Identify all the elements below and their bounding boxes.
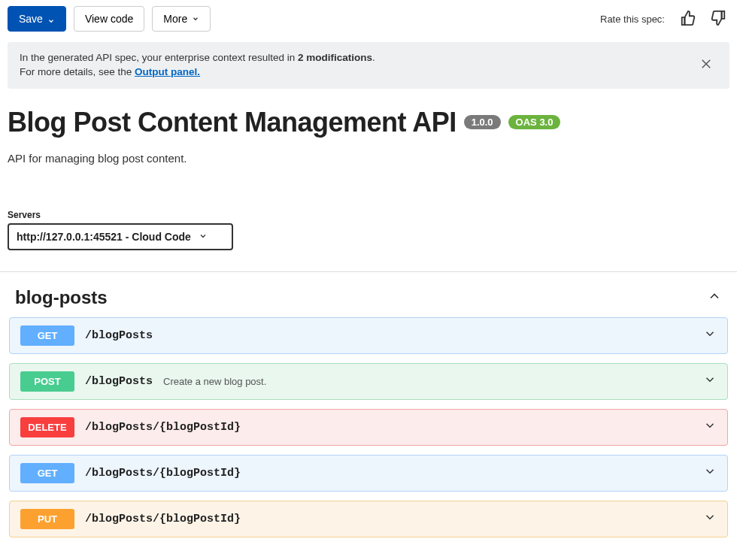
chevron-down-icon [703,327,717,344]
chevron-down-icon [703,510,717,527]
operation-method: PUT [20,509,74,529]
thumbs-up-button[interactable] [677,7,699,32]
toolbar: Save View code More Rate this spec: [0,0,737,38]
output-panel-link[interactable]: Output panel. [135,66,200,77]
more-label: More [163,13,187,25]
server-selected-value: http://127.0.0.1:45521 - Cloud Code [17,231,191,243]
server-select[interactable]: http://127.0.0.1:45521 - Cloud Code [8,223,233,250]
thumbs-up-icon [680,10,696,29]
operation-method: DELETE [20,417,74,437]
banner-line1-suffix: . [372,52,375,63]
operation-method: GET [20,463,74,483]
banner-line1-prefix: In the generated API spec, your enterpri… [20,52,298,63]
operation-path: /blogPosts/{blogPostId} [85,513,241,525]
banner-close-button[interactable] [695,53,717,77]
chevron-down-icon [199,231,208,243]
operation-row[interactable]: DELETE /blogPosts/{blogPostId} [9,409,728,446]
chevron-down-icon [703,465,717,481]
banner-line1-bold: 2 modifications [298,52,372,63]
thumbs-down-button[interactable] [707,7,729,32]
banner-line2-prefix: For more details, see the [20,66,135,77]
chevron-down-icon [703,373,717,389]
banner-message: In the generated API spec, your enterpri… [20,51,683,80]
tag-section: blog-posts GET /blogPosts POST /blogPost… [0,272,737,560]
operation-row[interactable]: GET /blogPosts/{blogPostId} [9,455,728,492]
tag-header[interactable]: blog-posts [9,281,728,317]
more-button[interactable]: More [152,6,211,32]
rate-label: Rate this spec: [600,14,665,25]
info-banner: In the generated API spec, your enterpri… [8,42,729,89]
view-code-button[interactable]: View code [74,6,144,32]
chevron-up-icon [707,289,722,307]
servers-section: Servers http://127.0.0.1:45521 - Cloud C… [8,210,729,250]
api-description: API for managing blog post content. [8,152,729,165]
close-icon [699,62,713,73]
operation-path: /blogPosts/{blogPostId} [85,421,241,434]
servers-label: Servers [8,210,729,220]
chevron-down-icon [703,419,717,435]
operation-row[interactable]: PUT /blogPosts/{blogPostId} [9,501,728,537]
api-title: Blog Post Content Management API [8,107,456,138]
operation-row[interactable]: GET /blogPosts [9,317,728,354]
operation-path: /blogPosts [85,375,153,388]
api-header: Blog Post Content Management API 1.0.0 O… [0,89,737,165]
operation-method: GET [20,325,74,346]
operation-row[interactable]: POST /blogPosts Create a new blog post. [9,363,728,400]
operation-method: POST [20,371,74,392]
operation-path: /blogPosts [85,329,153,342]
version-badge: 1.0.0 [464,115,501,129]
thumbs-down-icon [710,10,726,29]
tag-name: blog-posts [15,287,108,308]
operation-path: /blogPosts/{blogPostId} [85,467,241,480]
view-code-label: View code [85,13,133,25]
chevron-down-icon [47,15,55,23]
chevron-down-icon [192,13,199,25]
operation-summary: Create a new blog post. [163,376,266,387]
save-button[interactable]: Save [8,6,66,32]
save-button-label: Save [19,13,43,25]
oas-badge: OAS 3.0 [508,115,561,129]
